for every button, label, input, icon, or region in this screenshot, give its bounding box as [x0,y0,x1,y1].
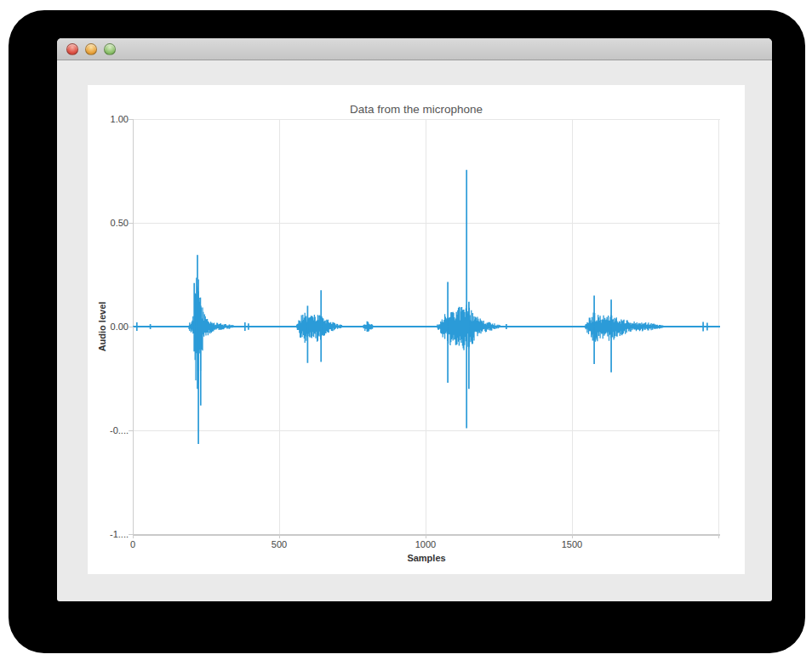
window-controls [66,38,116,60]
waveform-spikes [137,170,707,444]
y-tick-label: 1.00 [88,114,129,125]
y-tick-mark [129,119,134,120]
x-tick-mark [426,534,426,538]
y-tick-label: -0.... [88,425,129,436]
y-tick-label: 0.50 [88,218,129,229]
x-tick-mark [133,534,134,538]
chart-title: Data from the microphone [88,103,745,116]
y-axis-title: Audio level [97,302,107,352]
x-tick-label: 0 [107,539,158,550]
waveform-bars [189,277,663,384]
y-tick-mark [129,430,134,431]
plot-area [133,119,720,534]
y-tick-mark [129,327,134,327]
y-tick-label: -1.... [88,529,129,540]
close-button[interactable] [66,43,78,55]
window-shadow: Data from the microphone 1.000.500.00-0.… [9,10,805,653]
minimize-button[interactable] [85,43,97,55]
chart-card: Data from the microphone 1.000.500.00-0.… [88,85,745,574]
x-tick-mark [572,534,573,538]
x-tick-mark [718,534,719,538]
title-bar[interactable] [57,38,772,60]
zoom-button[interactable] [104,43,116,55]
app-window: Data from the microphone 1.000.500.00-0.… [57,38,772,601]
x-tick-label: 1000 [400,539,451,550]
h-gridline [133,534,720,536]
x-axis-title: Samples [133,553,720,563]
y-tick-mark [129,223,134,224]
waveform-svg [133,119,720,534]
y-tick-label: 0.00 [88,321,129,333]
desktop-background: Data from the microphone 1.000.500.00-0.… [0,0,812,660]
x-tick-mark [279,534,280,538]
x-tick-label: 500 [254,539,305,550]
x-tick-label: 1500 [546,539,598,550]
